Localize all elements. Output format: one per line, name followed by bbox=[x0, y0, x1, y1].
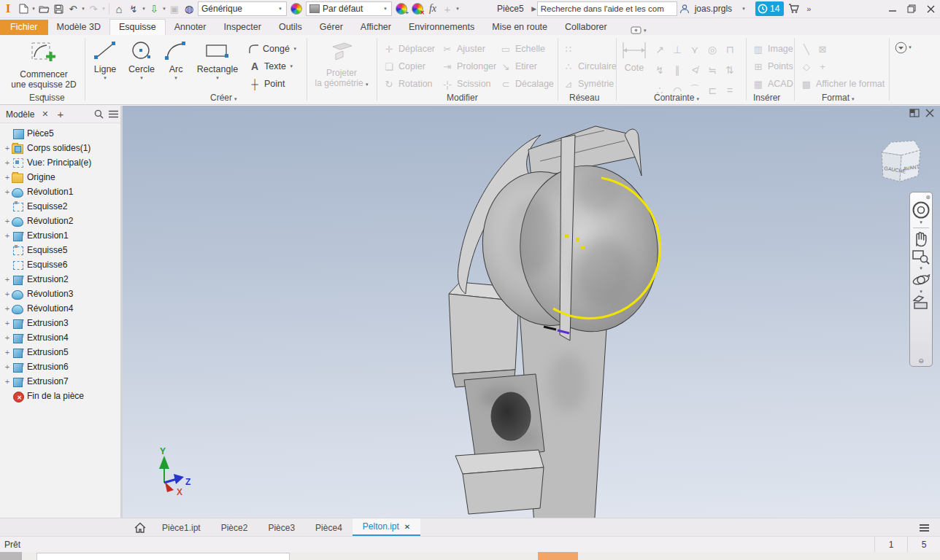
tree-item-piece5[interactable]: Pièce5 bbox=[0, 126, 120, 141]
update-dropdown[interactable]: ▾ bbox=[161, 6, 167, 12]
appearance-sphere-icon[interactable]: ◍ bbox=[182, 1, 196, 16]
redo-icon[interactable]: ↷ bbox=[86, 1, 101, 16]
taskbar-search-box[interactable] bbox=[36, 553, 290, 560]
new-file-icon[interactable] bbox=[16, 1, 31, 16]
cercle-dropdown[interactable]: ▾ bbox=[139, 75, 145, 81]
cote-button[interactable]: Cote bbox=[619, 41, 650, 73]
doc-tab-pelton[interactable]: Pelton.ipt ✕ bbox=[352, 518, 420, 537]
appearance-select[interactable]: Par défaut ▾ bbox=[306, 1, 392, 16]
scission-button[interactable]: -¦-Scission bbox=[441, 76, 491, 92]
tangent-icon[interactable]: ⋎ bbox=[686, 39, 704, 60]
expand-icon[interactable]: + bbox=[3, 144, 12, 152]
tree-item-extrusion5[interactable]: +Extrusion5 bbox=[0, 345, 120, 359]
browser-menu-icon[interactable] bbox=[106, 107, 120, 122]
tab-outils[interactable]: Outils bbox=[270, 20, 311, 35]
expand-icon[interactable]: + bbox=[3, 348, 12, 357]
tree-item-revolution1[interactable]: +Révolution1 bbox=[0, 184, 120, 199]
construction-line-button[interactable]: ╲ ⊠ bbox=[800, 41, 832, 57]
echelle-button[interactable]: ▭Echelle bbox=[499, 41, 545, 57]
constraint-set-icon[interactable]: ↯ bbox=[651, 60, 669, 80]
redo-dropdown[interactable]: ▾ bbox=[101, 6, 107, 12]
split-view-icon[interactable] bbox=[909, 109, 920, 117]
tree-item-vue-principale[interactable]: +Vue: Principal(e) bbox=[0, 155, 120, 170]
parallel-icon[interactable]: ∥ bbox=[669, 60, 686, 80]
expand-icon[interactable]: + bbox=[3, 173, 12, 182]
doc-tab-close-icon[interactable]: ✕ bbox=[404, 523, 410, 531]
tree-item-extrusion3[interactable]: +Extrusion3 bbox=[0, 316, 120, 330]
rotation-button[interactable]: ↻Rotation bbox=[382, 76, 433, 92]
collinear-icon[interactable]: ≮ bbox=[686, 60, 704, 80]
perpendicular-icon[interactable]: ⊥ bbox=[669, 39, 686, 60]
arc-dropdown[interactable]: ▾ bbox=[173, 75, 179, 81]
return-icon[interactable]: ↯ bbox=[126, 1, 141, 16]
ligne-button[interactable]: Ligne ▾ bbox=[89, 41, 121, 81]
centerline-button[interactable]: ◇ + bbox=[800, 58, 832, 74]
ligne-dropdown[interactable]: ▾ bbox=[102, 75, 108, 81]
color-wheel-icon[interactable] bbox=[290, 3, 302, 15]
material-select[interactable]: Générique ▾ bbox=[198, 1, 287, 16]
decalage-button[interactable]: ⊂Décalage bbox=[499, 76, 554, 92]
lock-icon[interactable]: ⊓ bbox=[721, 39, 739, 60]
parameters-fx-icon[interactable]: fx bbox=[425, 1, 440, 16]
ajuster-button[interactable]: ✂Ajuster bbox=[441, 41, 485, 57]
tab-inspecter[interactable]: Inspecter bbox=[215, 20, 269, 35]
auto-constrain-icon[interactable]: ↗ bbox=[651, 39, 669, 60]
model-hole[interactable] bbox=[491, 392, 531, 440]
prolonger-button[interactable]: ⇥Prolonger bbox=[441, 58, 496, 74]
clear-appearance-icon[interactable]: ✕ bbox=[412, 3, 423, 15]
deplacer-button[interactable]: ✛Déplacer bbox=[382, 41, 435, 57]
undo-dropdown[interactable]: ▾ bbox=[80, 6, 86, 12]
texte-button[interactable]: A Texte ▾ bbox=[248, 58, 294, 74]
orbit-icon[interactable] bbox=[912, 271, 931, 289]
reseau-rectangulaire-button[interactable]: ∷ bbox=[562, 41, 578, 57]
ribbon-display-button[interactable]: ▾ bbox=[631, 26, 648, 35]
conge-button[interactable]: Congé ▾ bbox=[248, 41, 298, 57]
pan-hand-icon[interactable] bbox=[912, 230, 930, 248]
rectangle-button[interactable]: Rectangle ▾ bbox=[193, 41, 242, 81]
inserer-points-button[interactable]: ⊞Points bbox=[752, 58, 793, 74]
expand-icon[interactable]: + bbox=[3, 217, 12, 225]
tree-item-corps-solides[interactable]: +Corps solides(1) bbox=[0, 141, 120, 155]
doc-tab-piece1[interactable]: Pièce1.ipt bbox=[152, 518, 211, 537]
save-icon[interactable] bbox=[51, 1, 66, 16]
wheel-dropdown[interactable]: ▾ bbox=[920, 219, 922, 225]
browser-tab-modele[interactable]: Modèle bbox=[0, 109, 37, 120]
notification-badge[interactable]: 14 bbox=[755, 1, 784, 16]
expand-icon[interactable]: + bbox=[3, 289, 12, 298]
steering-wheel-icon[interactable] bbox=[912, 201, 931, 219]
user-dropdown[interactable]: ▾ bbox=[741, 6, 747, 12]
user-avatar-icon[interactable] bbox=[677, 1, 692, 16]
expand-icon[interactable]: + bbox=[3, 377, 12, 386]
tree-item-extrusion6[interactable]: +Extrusion6 bbox=[0, 359, 120, 374]
tree-item-extrusion2[interactable]: +Extrusion2 bbox=[0, 272, 120, 287]
cart-icon[interactable] bbox=[787, 1, 801, 16]
panel-label-contrainte[interactable]: Contrainte▾ bbox=[654, 93, 699, 103]
user-name[interactable]: joas.prgls bbox=[695, 4, 732, 14]
minimize-button[interactable] bbox=[883, 1, 902, 16]
open-file-icon[interactable] bbox=[36, 1, 51, 16]
viewport-3d[interactable]: GAUCHE AVANT Y Z X ⊗ bbox=[123, 106, 940, 518]
tree-item-fin-de-la-piece[interactable]: Fin de la pièce bbox=[0, 389, 120, 403]
tree-item-revolution3[interactable]: +Révolution3 bbox=[0, 287, 120, 301]
tree-item-origine[interactable]: +Origine bbox=[0, 170, 120, 184]
orbit-dropdown[interactable]: ▾ bbox=[920, 289, 922, 295]
projeter-geometrie-button[interactable]: Projeter la géométrie ▾ bbox=[309, 39, 374, 90]
title-arrow[interactable]: ▶ bbox=[531, 5, 537, 12]
tree-item-esquisse2[interactable]: Esquisse2 bbox=[0, 199, 120, 214]
undo-icon[interactable]: ↶ bbox=[66, 1, 80, 16]
panel-label-format[interactable]: Format▾ bbox=[822, 93, 855, 103]
tree-item-esquisse6[interactable]: Esquisse6 bbox=[0, 257, 120, 272]
tab-environnements[interactable]: Environnements bbox=[400, 20, 483, 35]
afficher-format-button[interactable]: ▩ Afficher le format bbox=[800, 76, 885, 92]
conge-dropdown[interactable]: ▾ bbox=[292, 46, 298, 52]
tree-item-extrusion7[interactable]: +Extrusion7 bbox=[0, 374, 120, 389]
expand-icon[interactable]: + bbox=[3, 362, 12, 371]
cercle-button[interactable]: Cercle ▾ bbox=[124, 41, 159, 81]
symmetric-icon[interactable]: ≒ bbox=[704, 60, 721, 80]
update-icon[interactable]: ⇩ bbox=[147, 1, 161, 16]
restore-button[interactable] bbox=[902, 1, 921, 16]
home-icon[interactable]: ⌂ bbox=[112, 1, 126, 16]
doc-tab-piece2[interactable]: Pièce2 bbox=[211, 518, 258, 537]
reseau-circulaire-button[interactable]: ∴Circulaire bbox=[562, 58, 617, 74]
tree-item-extrusion1[interactable]: +Extrusion1 bbox=[0, 228, 120, 243]
